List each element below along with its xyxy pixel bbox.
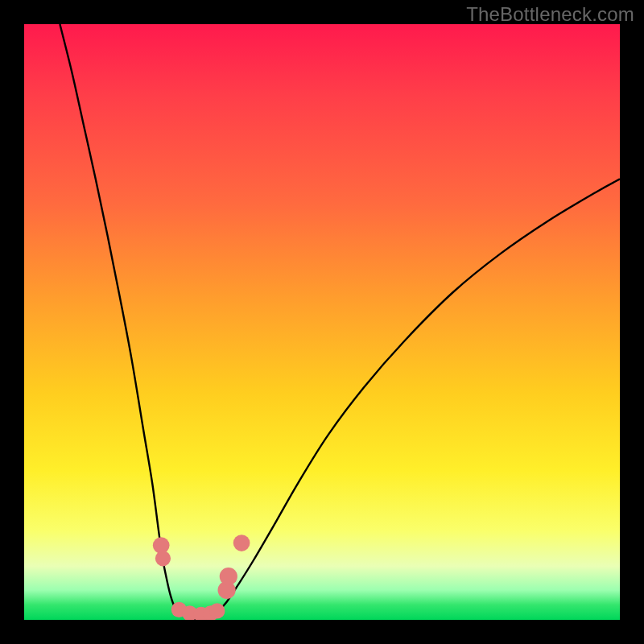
plot-area [24,24,620,620]
watermark-text: TheBottleneck.com [466,3,634,26]
right-curve [203,179,620,620]
marker-dot [233,535,250,551]
marker-dot [155,551,171,566]
marker-dot [209,603,225,618]
left-curve [60,24,203,620]
scatter-markers [153,535,250,620]
chart-frame: TheBottleneck.com [0,0,644,644]
marker-dot [220,568,237,585]
curve-layer [24,24,620,620]
